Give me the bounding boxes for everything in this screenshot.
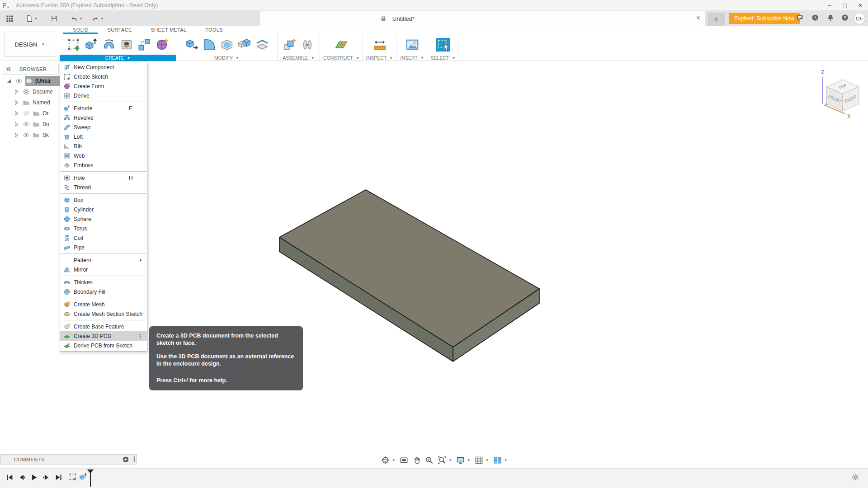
menu-item-new-component[interactable]: New Component xyxy=(60,62,147,72)
menu-item-sphere[interactable]: Sphere xyxy=(60,214,147,224)
hole-icon[interactable] xyxy=(119,38,134,52)
fit-tool[interactable]: ▼ xyxy=(438,456,452,465)
menu-item-mirror[interactable]: Mirror xyxy=(60,265,147,274)
file-menu-button[interactable]: ▼ xyxy=(23,11,41,26)
tab-tools[interactable]: TOOLS xyxy=(196,26,232,34)
kebab-menu-icon[interactable] xyxy=(137,333,143,339)
new-tab-button[interactable]: + xyxy=(708,13,725,26)
timeline-feature-extrude[interactable] xyxy=(79,473,87,481)
close-button[interactable]: ✕ xyxy=(853,0,868,11)
eye-off-icon[interactable] xyxy=(23,110,30,117)
extrude-icon[interactable] xyxy=(84,38,99,52)
tri-right-icon[interactable] xyxy=(13,121,20,128)
menu-item-web[interactable]: Web xyxy=(60,151,147,160)
group-label-modify[interactable]: MODIFY▼ xyxy=(176,55,277,61)
menu-item-derive-pcb-from-sketch[interactable]: Derive PCB from Sketch xyxy=(60,341,147,350)
tri-right-icon[interactable] xyxy=(13,131,20,139)
notifications-icon[interactable] xyxy=(827,14,834,21)
menu-item-coil[interactable]: Coil xyxy=(60,233,147,243)
menu-item-create-form[interactable]: Create Form xyxy=(60,81,147,91)
menu-item-box[interactable]: Box xyxy=(60,195,147,205)
chevron-down-icon[interactable]: ▼ xyxy=(448,458,452,462)
plane-construct-icon[interactable] xyxy=(334,38,349,52)
tri-right-icon[interactable] xyxy=(13,99,20,106)
play-button[interactable] xyxy=(30,473,38,481)
redo-button[interactable]: ▼ xyxy=(89,11,107,26)
chevron-down-icon[interactable]: ▼ xyxy=(486,458,489,462)
split-icon[interactable] xyxy=(255,38,269,52)
undo-button[interactable]: ▼ xyxy=(67,11,86,26)
view-cube[interactable]: TOP FRONT RIGHT Z X xyxy=(816,68,868,122)
timeline-feature-create-sketch[interactable] xyxy=(69,473,77,481)
menu-item-extrude[interactable]: ExtrudeE xyxy=(60,103,147,113)
comments-resize-handle[interactable] xyxy=(133,456,135,462)
step-back-button[interactable] xyxy=(18,473,26,481)
group-label-construct[interactable]: CONSTRUCT▼ xyxy=(320,55,363,61)
tab-sheet-metal[interactable]: SHEET METAL xyxy=(142,26,196,34)
pattern2-icon[interactable] xyxy=(137,38,151,52)
browser-row-unsa[interactable]: (Unsa xyxy=(0,75,60,86)
chevron-down-icon[interactable]: ▼ xyxy=(467,458,471,462)
zoom-tool[interactable] xyxy=(425,456,434,465)
subscribe-button[interactable]: Expired: Subscribe Now xyxy=(729,13,800,24)
collapse-panel-icon[interactable] xyxy=(5,66,12,73)
menu-item-create-mesh[interactable]: Create Mesh xyxy=(60,300,147,309)
menu-item-derive[interactable]: Derive xyxy=(60,91,147,100)
feedback-icon[interactable] xyxy=(796,14,803,21)
create-form-icon[interactable] xyxy=(155,38,169,52)
display-settings-tool[interactable]: ▼ xyxy=(456,456,471,465)
menu-item-revolve[interactable]: Revolve xyxy=(60,113,147,122)
document-tab[interactable]: Untitled* ✕ xyxy=(260,11,705,26)
browser-row-sk[interactable]: Sk xyxy=(0,130,60,141)
joint-icon[interactable] xyxy=(300,38,315,52)
menu-item-sweep[interactable]: Sweep xyxy=(60,122,147,132)
preferences-gear-icon[interactable] xyxy=(852,474,859,481)
help-icon[interactable]: ? xyxy=(841,14,849,21)
select-window-icon[interactable] xyxy=(436,38,450,52)
avatar[interactable]: QE xyxy=(854,13,865,24)
eye-icon[interactable] xyxy=(23,131,30,139)
browser-row-bo[interactable]: Bo xyxy=(0,119,60,130)
fillet-icon[interactable] xyxy=(202,38,217,52)
group-label-select[interactable]: SELECT▼ xyxy=(428,55,458,61)
menu-item-cylinder[interactable]: Cylinder xyxy=(60,205,147,214)
menu-item-emboss[interactable]: Emboss xyxy=(60,160,147,170)
look-at-tool[interactable] xyxy=(400,456,408,465)
workspace-selector[interactable]: DESIGN▼ xyxy=(5,32,55,57)
menu-item-loft[interactable]: Loft xyxy=(60,132,147,141)
tri-right-icon[interactable] xyxy=(13,88,20,95)
measure-icon[interactable] xyxy=(373,38,387,52)
combine-icon[interactable] xyxy=(237,38,252,52)
tab-solid[interactable]: SOLID xyxy=(63,26,98,34)
tri-right-icon[interactable] xyxy=(13,110,20,117)
browser-row-named[interactable]: Named xyxy=(0,97,60,108)
group-label-inspect[interactable]: INSPECT▼ xyxy=(363,55,396,61)
grid16-tool[interactable]: ▼ xyxy=(475,456,489,465)
app-launcher-icon[interactable] xyxy=(3,11,16,26)
comments-bar[interactable]: COMMENTS xyxy=(0,454,137,465)
step-fwd-button[interactable] xyxy=(42,473,50,481)
skip-start-button[interactable] xyxy=(5,473,14,481)
add-comment-icon[interactable] xyxy=(122,456,129,463)
skip-end-button[interactable] xyxy=(54,473,62,481)
menu-item-create-3d-pcb[interactable]: Create 3D PCB xyxy=(60,331,147,341)
menu-item-thicken[interactable]: Thicken xyxy=(60,277,147,287)
minimize-button[interactable]: – xyxy=(822,0,837,11)
pan-tool[interactable] xyxy=(412,456,421,465)
job-status-icon[interactable] xyxy=(811,14,819,21)
menu-item-boundary-fill[interactable]: Boundary Fill xyxy=(60,287,147,296)
menu-item-thread[interactable]: Thread xyxy=(60,183,147,192)
maximize-button[interactable]: ▢ xyxy=(837,0,853,11)
eye-icon[interactable] xyxy=(15,77,23,84)
chevron-down-icon[interactable]: ▼ xyxy=(392,458,396,462)
group-label-assemble[interactable]: ASSEMBLE▼ xyxy=(278,55,320,61)
press-pull-icon[interactable] xyxy=(184,38,199,52)
menu-item-create-sketch[interactable]: Create Sketch xyxy=(60,72,147,81)
menu-item-pipe[interactable]: Pipe xyxy=(60,243,147,252)
menu-item-rib[interactable]: Rib xyxy=(60,141,147,151)
eye-icon[interactable] xyxy=(23,121,30,128)
viewports-tool[interactable]: ▼ xyxy=(493,456,508,465)
browser-header[interactable]: BROWSER xyxy=(2,64,59,75)
tab-surface[interactable]: SURFACE xyxy=(98,26,142,34)
new-component-icon[interactable] xyxy=(283,38,297,52)
